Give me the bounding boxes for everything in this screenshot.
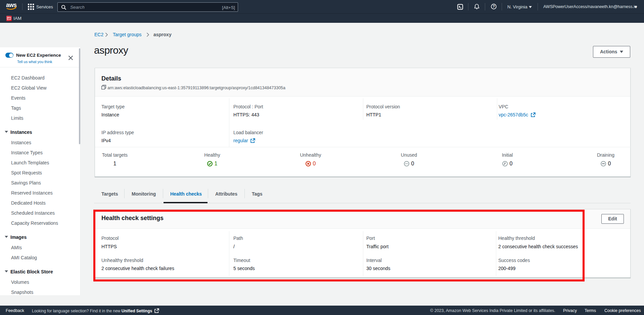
svg-text:?: ?	[493, 4, 495, 8]
